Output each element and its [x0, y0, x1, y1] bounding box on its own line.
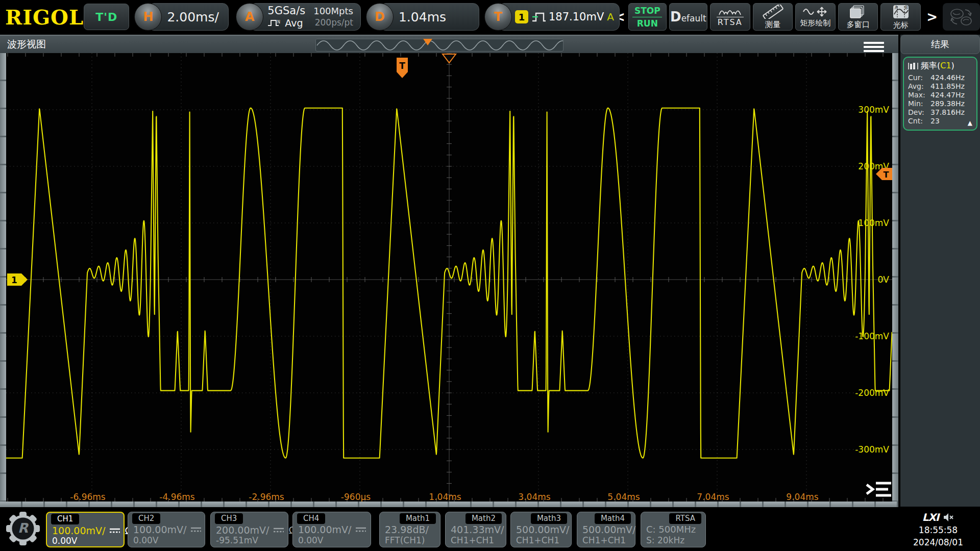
menu-icon[interactable]: [864, 40, 884, 54]
status-block: LXI 18:55:58 2024/08/01: [898, 510, 978, 548]
rigol-gear-logo[interactable]: R: [5, 510, 41, 547]
resolution: 200ps/pt: [313, 17, 353, 29]
svg-text:A: A: [895, 6, 898, 10]
multi-window-button[interactable]: 多窗口: [838, 3, 878, 31]
trigger-slope-icon: [531, 10, 547, 24]
time-label: 9.04ms: [786, 492, 818, 502]
mode-switch-icon: [947, 6, 975, 28]
math-tab: Math3: [531, 513, 567, 524]
channel-scale: 100.00mV/: [298, 524, 351, 535]
cursor-icon: A B: [892, 4, 910, 19]
channel-card-ch3[interactable]: CH3 200.00mV/Ω -95.51mV: [210, 512, 288, 547]
math-expression: CH1+CH1: [516, 535, 559, 545]
trigger-sweep: A: [607, 11, 614, 23]
trigger-block[interactable]: T 1 187.10mV A: [484, 3, 606, 31]
math-tab: Math1: [400, 513, 436, 524]
vertical-scrollbar-right[interactable]: [892, 53, 898, 502]
measurement-source: C1: [940, 61, 951, 70]
stop-run-button[interactable]: STOP RUN: [628, 3, 667, 31]
lxi-logo: LXI: [922, 511, 939, 523]
delay-block[interactable]: D 1.04ms: [366, 3, 479, 31]
acquire-mode: Avg: [285, 17, 303, 29]
dc-coupling-icon: [273, 526, 285, 534]
math-scale: 401.33mV/: [451, 524, 504, 535]
horizontal-scale: 2.00ms/: [167, 10, 228, 24]
measurement-row: Cur:424.46Hz: [908, 73, 973, 82]
voltage-label: 100mV: [858, 218, 889, 228]
voltage-label: -200mV: [855, 388, 889, 398]
collapse-measurement-icon[interactable]: ▲: [968, 119, 972, 127]
system-date: 2024/08/01: [898, 536, 978, 548]
channel-card-ch1[interactable]: CH1 100.00mV/Ω 0.00V: [46, 512, 125, 547]
results-panel: 结果 频率(C1) Cur:424.46HzAvg:411.85HzMax:42…: [900, 35, 980, 507]
histogram-icon: [908, 62, 918, 70]
measurement-row: Dev:37.816Hz: [908, 108, 973, 117]
axis-labels: 300mV200mV100mV0V-100mV-200mV-300mV-6.96…: [70, 105, 889, 502]
math-tab: Math2: [465, 513, 502, 524]
trigger-key[interactable]: T: [484, 3, 512, 31]
expand-arrow[interactable]: >: [923, 9, 941, 24]
dc-coupling-icon: [355, 525, 367, 534]
svg-text:N: N: [277, 20, 280, 24]
time-label: 5.04ms: [607, 492, 640, 502]
scope-mode-switch-button[interactable]: [943, 3, 980, 31]
horizontal-position-marker[interactable]: [443, 54, 456, 63]
voltage-label: -100mV: [855, 331, 889, 341]
rtsa-span: S: 20kHz: [646, 535, 684, 545]
horizontal-scrollbar[interactable]: [0, 502, 898, 507]
sample-rate: 5GSa/s: [267, 5, 305, 17]
channel-tab: CH2: [132, 513, 160, 524]
measurement-card-frequency-ch1[interactable]: 频率(C1) Cur:424.46HzAvg:411.85HzMax:424.4…: [903, 57, 977, 131]
measurement-row: Avg:411.85Hz: [908, 82, 973, 91]
time-label: -960µs: [341, 492, 371, 502]
time-label: -4.96ms: [159, 492, 195, 502]
speaker-muted-icon[interactable]: [943, 512, 954, 522]
time-label: 1.04ms: [429, 492, 461, 502]
rtsa-card[interactable]: RTSA C: 500MHz S: 20kHz: [641, 512, 706, 547]
vertical-scrollbar-left[interactable]: [0, 53, 6, 502]
bottom-bar: R CH1 100.00mV/Ω 0.00VCH2 100.00mV/ 0.00…: [0, 509, 980, 551]
rtsa-button[interactable]: RTSA: [710, 3, 750, 31]
waveform-display[interactable]: 300mV200mV100mV0V-100mV-200mV-300mV-6.96…: [6, 53, 892, 502]
math-card-math4[interactable]: Math4 500.00mV/ CH1+CH1: [577, 512, 635, 547]
cursor-button[interactable]: A B 光标: [880, 3, 921, 31]
dc-coupling-icon: [109, 527, 121, 535]
rect-draw-button[interactable]: 矩形绘制: [795, 3, 836, 31]
time-label: -2.96ms: [249, 492, 284, 502]
svg-text:B: B: [905, 6, 908, 10]
channel-tab: CH4: [297, 513, 325, 524]
channel-offset: 0.00V: [133, 535, 158, 545]
trigger-position-flag[interactable]: T: [397, 58, 408, 78]
top-bar: RIGOL T'D H 2.00ms/ A 5GSa/s N Avg 100Mp…: [0, 0, 980, 34]
math-card-math3[interactable]: Math3 500.00mV/ CH1+CH1: [510, 512, 572, 547]
channel-card-ch2[interactable]: CH2 100.00mV/ 0.00V: [128, 512, 205, 547]
time-label: -6.96ms: [70, 492, 106, 502]
waveform-view-header: 波形视图: [0, 35, 898, 53]
acquire-block[interactable]: A 5GSa/s N Avg 100Mpts 200ps/pt: [236, 3, 361, 31]
math-scale: 500.00mV/: [582, 524, 635, 535]
default-button[interactable]: Default: [669, 3, 707, 31]
delay-key[interactable]: D: [366, 3, 394, 31]
rigol-logo: RIGOL: [0, 5, 84, 29]
horizontal-block[interactable]: H 2.00ms/: [134, 3, 231, 31]
math-card-math2[interactable]: Math2 401.33mV/ CH1+CH1: [445, 512, 506, 547]
navigator-position-marker[interactable]: [423, 39, 432, 45]
voltage-label: 300mV: [858, 105, 889, 115]
expand-menu-icon[interactable]: [867, 483, 891, 495]
measurement-row: Min:289.38Hz: [908, 99, 973, 108]
math-tab: Math4: [595, 513, 631, 524]
rtsa-center-freq: C: 500MHz: [646, 524, 696, 535]
stop-label: STOP: [634, 6, 660, 16]
acquire-key[interactable]: A: [236, 3, 263, 31]
timebase-navigator[interactable]: [315, 39, 564, 52]
channel-card-ch4[interactable]: CH4 100.00mV/ 0.00V: [292, 512, 371, 547]
voltage-label: -300mV: [855, 444, 889, 455]
trigger-status-button[interactable]: T'D: [84, 4, 129, 30]
rect-draw-icon: [802, 6, 829, 17]
measurement-row: Max:424.47Hz: [908, 91, 973, 99]
run-label: RUN: [637, 18, 658, 29]
dc-coupling-icon: [190, 525, 202, 534]
ch1-position-marker[interactable]: 1: [7, 273, 28, 286]
measure-button[interactable]: 测量: [753, 3, 793, 31]
math-card-math1[interactable]: Math1 23.98dB/ FFT(CH1): [379, 512, 440, 547]
